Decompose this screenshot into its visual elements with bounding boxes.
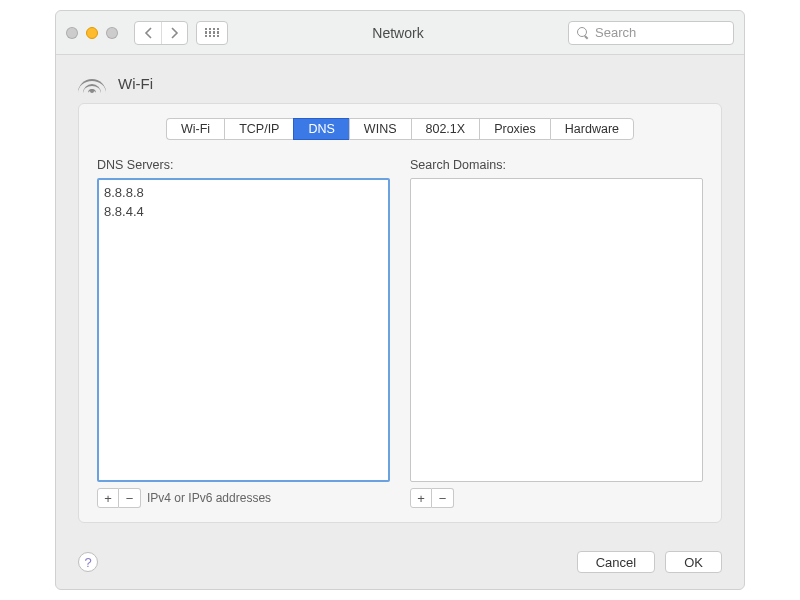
wifi-icon [78, 73, 106, 93]
content-pane: Wi-FiTCP/IPDNSWINS802.1XProxiesHardware … [78, 103, 722, 523]
tab-proxies[interactable]: Proxies [479, 118, 550, 140]
grid-icon [205, 28, 219, 38]
dns-hint: IPv4 or IPv6 addresses [147, 491, 271, 505]
domains-label: Search Domains: [410, 158, 703, 172]
footer-right: Cancel OK [577, 551, 722, 573]
dns-column: DNS Servers: 8.8.8.88.8.4.4 + − IPv4 or … [97, 158, 390, 508]
dns-add-remove: + − [97, 488, 141, 508]
columns: DNS Servers: 8.8.8.88.8.4.4 + − IPv4 or … [97, 158, 703, 508]
search-placeholder: Search [595, 25, 636, 40]
dns-servers-list[interactable]: 8.8.8.88.8.4.4 [97, 178, 390, 482]
network-window: Network Search Wi-Fi Wi-FiTCP/IPDNSWINS8… [55, 10, 745, 590]
back-forward-segment [134, 21, 188, 45]
footer: ? Cancel OK [56, 537, 744, 589]
search-icon [577, 27, 589, 39]
search-domains-list[interactable] [410, 178, 703, 482]
search-field[interactable]: Search [568, 21, 734, 45]
tab-wifi[interactable]: Wi-Fi [166, 118, 224, 140]
dns-add-button[interactable]: + [97, 488, 119, 508]
tab-tcpip[interactable]: TCP/IP [224, 118, 293, 140]
tab-wins[interactable]: WINS [349, 118, 411, 140]
show-all-button[interactable] [196, 21, 228, 45]
cancel-button[interactable]: Cancel [577, 551, 655, 573]
dns-entry[interactable]: 8.8.8.8 [104, 183, 383, 202]
tab-bar: Wi-FiTCP/IPDNSWINS802.1XProxiesHardware [97, 118, 703, 140]
forward-button[interactable] [161, 22, 187, 44]
section-head: Wi-Fi [56, 55, 744, 103]
domains-add-button[interactable]: + [410, 488, 432, 508]
domains-remove-button[interactable]: − [432, 488, 454, 508]
tab-dns[interactable]: DNS [293, 118, 348, 140]
window-zoom-button[interactable] [106, 27, 118, 39]
ok-button[interactable]: OK [665, 551, 722, 573]
help-button[interactable]: ? [78, 552, 98, 572]
traffic-lights [66, 27, 118, 39]
titlebar: Network Search [56, 11, 744, 55]
tab-8021x[interactable]: 802.1X [411, 118, 480, 140]
window-minimize-button[interactable] [86, 27, 98, 39]
window-close-button[interactable] [66, 27, 78, 39]
chevron-left-icon [144, 27, 153, 39]
chevron-right-icon [170, 27, 179, 39]
domains-add-remove: + − [410, 488, 454, 508]
section-title: Wi-Fi [118, 75, 153, 92]
dns-label: DNS Servers: [97, 158, 390, 172]
dns-row-below: + − IPv4 or IPv6 addresses [97, 488, 390, 508]
tab-hardware[interactable]: Hardware [550, 118, 634, 140]
back-button[interactable] [135, 22, 161, 44]
window-title: Network [236, 25, 560, 41]
dns-entry[interactable]: 8.8.4.4 [104, 202, 383, 221]
domains-row-below: + − [410, 488, 703, 508]
domains-column: Search Domains: + − [410, 158, 703, 508]
dns-remove-button[interactable]: − [119, 488, 141, 508]
